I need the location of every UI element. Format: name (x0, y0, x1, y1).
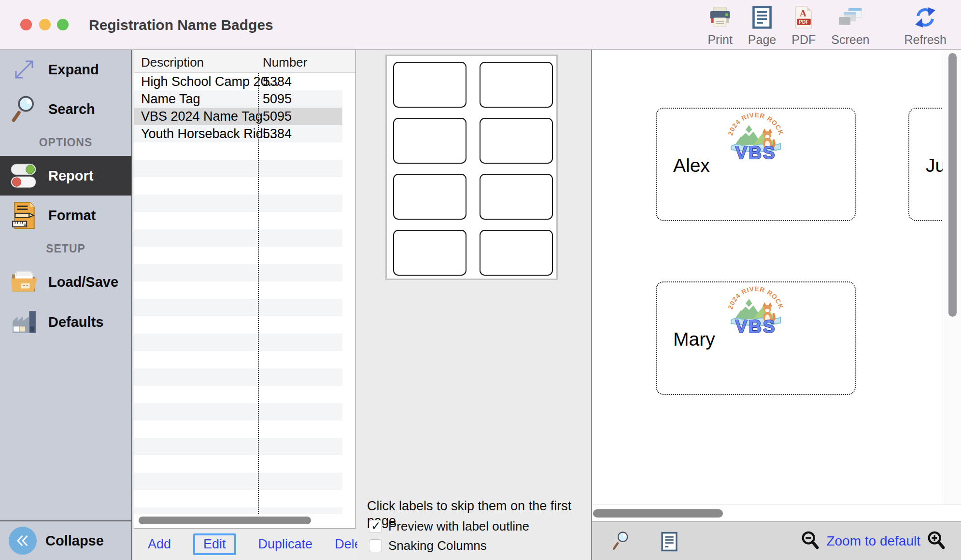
table-row[interactable]: High School Camp 20... 5384 (134, 73, 342, 90)
sidebar-item-label: Expand (48, 62, 99, 78)
sidebar-spacer (0, 342, 131, 520)
preview-bottom-bar: Zoom to default (592, 521, 961, 560)
preview-horizontal-scrollbar[interactable] (593, 509, 723, 518)
report-document-icon[interactable] (661, 532, 678, 554)
folder-icon (9, 270, 40, 294)
screen-label: Screen (831, 33, 869, 47)
table-row-selected[interactable]: VBS 2024 Name Tag 5095 (134, 108, 342, 125)
window-title: Registration Name Badges (89, 17, 273, 33)
zoom-window-button[interactable] (57, 19, 69, 30)
sidebar-section-setup: SETUP (0, 235, 131, 262)
search-icon (9, 95, 40, 123)
column-header-number[interactable]: Number (263, 55, 307, 70)
sidebar: Expand Search OPTIONS R (0, 50, 132, 560)
table-row[interactable]: Youth Horseback Ridi... 5384 (134, 125, 342, 142)
sidebar-item-label: Format (48, 208, 96, 224)
table-button-row: Add Edit Duplicate Delete (132, 529, 357, 560)
cell-number: 5095 (263, 109, 292, 124)
svg-text:2024 RIVER ROCK: 2024 RIVER ROCK (727, 112, 785, 137)
sidebar-item-format[interactable]: Format (0, 196, 131, 235)
page-icon (752, 6, 772, 31)
vbs-logo: 2024 RIVER ROCK VBS (724, 111, 788, 161)
preview-vertical-scrollbar[interactable] (948, 53, 957, 317)
zoom-in-icon[interactable] (926, 530, 947, 552)
pdf-label: PDF (791, 33, 816, 47)
label-cell[interactable] (393, 174, 466, 220)
label-layout-panel: Click labels to skip them on the first p… (357, 50, 592, 560)
sidebar-item-label: Defaults (48, 314, 103, 330)
label-cell[interactable] (393, 118, 466, 164)
add-button[interactable]: Add (148, 537, 171, 552)
sidebar-item-expand[interactable]: Expand (0, 50, 131, 89)
cell-number: 5384 (263, 126, 292, 141)
print-label: Print (707, 33, 732, 47)
badge-name: Alex (673, 155, 710, 176)
checkbox-label: Preview with label outline (388, 519, 529, 534)
badge-preview-pane: 2024 RIVER ROCK VBS Alex 2024 RIVER ROCK… (592, 50, 961, 560)
label-cell[interactable] (480, 118, 553, 164)
snaking-columns-checkbox[interactable] (369, 539, 382, 552)
svg-text:VBS: VBS (735, 317, 776, 335)
name-badge: 2024 RIVER ROCK VBS Mary (656, 281, 856, 395)
column-separator (258, 73, 259, 514)
sidebar-item-defaults[interactable]: Defaults (0, 302, 131, 342)
pdf-icon: A PDF (793, 6, 814, 31)
cell-description: VBS 2024 Name Tag (141, 109, 263, 124)
empty-rows-area (134, 142, 342, 514)
preview-outline-checkbox[interactable] (369, 520, 382, 533)
sidebar-section-options: OPTIONS (0, 129, 131, 156)
minimize-window-button[interactable] (39, 19, 51, 30)
magnifier-tool-icon[interactable] (611, 531, 632, 553)
refresh-label: Refresh (904, 33, 947, 47)
report-table: Description Number High School Camp 20..… (134, 50, 356, 529)
column-header-description[interactable]: Description (141, 55, 204, 70)
format-document-icon (9, 201, 40, 229)
print-button[interactable]: Print (707, 6, 732, 47)
badge-name: Mary (673, 329, 715, 350)
cell-number: 5384 (263, 74, 292, 89)
toggle-switches-icon (9, 163, 40, 189)
cell-number: 5095 (263, 92, 292, 107)
snaking-columns-checkbox-row: Snaking Columns (369, 538, 487, 553)
close-window-button[interactable] (20, 19, 32, 30)
zoom-to-default-link[interactable]: Zoom to default (826, 533, 920, 549)
refresh-icon (914, 6, 937, 31)
label-cell[interactable] (480, 230, 553, 276)
refresh-button[interactable]: Refresh (904, 6, 947, 47)
name-badge: 2024 RIVER ROCK VBS Alex (656, 108, 856, 221)
report-list-panel: Description Number High School Camp 20..… (132, 50, 357, 560)
sidebar-item-loadsave[interactable]: Load/Save (0, 262, 131, 302)
svg-text:PDF: PDF (799, 19, 809, 25)
screen-windows-icon (838, 7, 862, 31)
sidebar-item-report[interactable]: Report (0, 156, 131, 196)
label-cell[interactable] (393, 230, 466, 276)
duplicate-button[interactable]: Duplicate (258, 537, 313, 552)
collapse-chevrons-icon (9, 527, 37, 555)
preview-outline-checkbox-row: Preview with label outline (369, 519, 529, 534)
pdf-button[interactable]: A PDF PDF (791, 6, 816, 47)
page-label: Page (748, 33, 776, 47)
sidebar-item-label: Load/Save (48, 274, 118, 290)
page-button[interactable]: Page (748, 6, 776, 47)
label-cell[interactable] (480, 62, 553, 108)
screen-button[interactable]: Screen (831, 7, 869, 47)
edit-button[interactable]: Edit (193, 533, 236, 555)
table-row[interactable]: Name Tag 5095 (134, 90, 342, 108)
zoom-out-icon[interactable] (800, 530, 820, 552)
sidebar-item-label: Search (48, 101, 95, 117)
preview-vertical-scrollbar-track (943, 50, 961, 504)
factory-icon (9, 310, 40, 334)
toolbar: Print Page A PDF (707, 6, 947, 47)
table-horizontal-scrollbar[interactable] (139, 517, 311, 524)
svg-text:A: A (800, 8, 806, 18)
sidebar-item-search[interactable]: Search (0, 89, 131, 129)
cell-description: Name Tag (141, 92, 200, 107)
label-cell[interactable] (393, 62, 466, 108)
printer-icon (708, 6, 732, 31)
svg-text:2024 RIVER ROCK: 2024 RIVER ROCK (727, 285, 785, 310)
title-bar: Registration Name Badges Print (0, 0, 961, 50)
sidebar-item-collapse[interactable]: Collapse (0, 520, 131, 560)
sidebar-item-label: Collapse (45, 533, 104, 549)
cell-description: Youth Horseback Ridi... (141, 126, 277, 141)
label-cell[interactable] (480, 174, 553, 220)
